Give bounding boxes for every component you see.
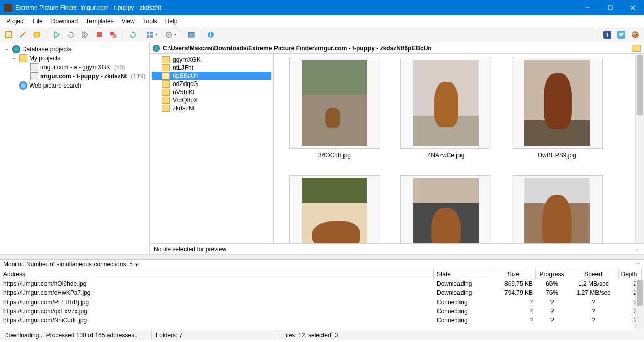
- menu-file[interactable]: File: [29, 17, 47, 26]
- cell-progress: 66%: [536, 280, 568, 287]
- project-icon: [30, 72, 38, 80]
- thumbnail[interactable]: [512, 175, 603, 243]
- cell-state: Connecting: [434, 308, 491, 315]
- cell-address: https://i.imgur.com/NhiOJdF.jpg: [0, 317, 434, 324]
- open-folder-button[interactable]: [632, 45, 641, 52]
- col-size[interactable]: Size: [491, 269, 536, 279]
- svg-rect-8: [97, 32, 102, 37]
- thumbnail-image: [413, 178, 479, 243]
- maximize-button[interactable]: [599, 0, 621, 15]
- toolbar: i f: [0, 27, 644, 42]
- download-row[interactable]: https://i.imgur.com/hOi9hde.jpgDownloadi…: [0, 279, 644, 288]
- menu-templates[interactable]: Templates: [82, 17, 118, 26]
- folder-icon: [162, 89, 170, 96]
- col-speed[interactable]: Speed: [568, 269, 619, 279]
- folder-icon: [162, 97, 170, 104]
- tree-my-projects[interactable]: − My projects: [1, 54, 148, 63]
- col-state[interactable]: State: [434, 269, 491, 279]
- svg-point-6: [24, 32, 26, 34]
- path-text: C:\Users\Максим\Downloads\Extreme Pictur…: [163, 45, 629, 52]
- monitor-header[interactable]: Monitor. Number of simultaneous connecti…: [0, 259, 644, 269]
- grid-header: Address State Size Progress Speed Depth: [0, 269, 644, 279]
- col-progress[interactable]: Progress: [536, 269, 568, 279]
- cell-progress: ?: [536, 317, 568, 324]
- preview-bar[interactable]: No file selected for preview ︿: [150, 243, 644, 254]
- thumbnail[interactable]: 36OCqtI.jpg: [289, 58, 380, 159]
- tree-project-1[interactable]: imgur.com - t-puppy - zkdszNt (119): [1, 72, 148, 81]
- menu-view[interactable]: View: [118, 17, 139, 26]
- start-button[interactable]: [50, 28, 63, 41]
- cell-state: Downloading: [434, 289, 491, 296]
- tree-web-search[interactable]: Web picture search: [1, 81, 148, 90]
- chevron-down-icon[interactable]: ﹀: [636, 261, 641, 268]
- download-row[interactable]: https://i.imgur.com/qxExVzx.jpgConnectin…: [0, 307, 644, 316]
- globe-icon: [12, 45, 20, 53]
- download-row[interactable]: https://i.imgur.com/NhiOJdF.jpgConnectin…: [0, 316, 644, 325]
- folder-list[interactable]: ggymXGKntLJFht6pEBcUnodZdqcGnV5bIKFVrdQ8…: [150, 54, 274, 243]
- close-button[interactable]: [621, 0, 644, 15]
- menu-tools[interactable]: Tools: [139, 17, 161, 26]
- col-depth[interactable]: Depth: [619, 269, 642, 279]
- thumbnail[interactable]: 4NAzwCe.jpg: [400, 58, 491, 159]
- thumbnail-image: [302, 178, 367, 243]
- menu-download[interactable]: Download: [47, 17, 82, 26]
- preview-text: No file selected for preview: [154, 246, 635, 253]
- folder-name: ggymXGK: [173, 56, 201, 63]
- help-button[interactable]: i: [204, 28, 217, 41]
- stop-button[interactable]: [93, 28, 106, 41]
- owl-icon[interactable]: [629, 28, 642, 41]
- chevron-up-icon[interactable]: ︿: [635, 246, 640, 253]
- main-area: − Database projects − My projects imgur.…: [0, 42, 644, 254]
- grid-body[interactable]: https://i.imgur.com/hOi9hde.jpgDownloadi…: [0, 279, 644, 330]
- minimize-button[interactable]: [576, 0, 599, 15]
- tree-project-0[interactable]: imgur.com - a - ggymXGK (50): [1, 63, 148, 72]
- start-all-button[interactable]: [78, 28, 91, 41]
- properties-button[interactable]: [30, 28, 43, 41]
- thumbnail-caption: DwBEPS9.jpg: [538, 152, 576, 159]
- folder-item[interactable]: ntLJFht: [152, 64, 271, 72]
- folder-item[interactable]: ggymXGK: [152, 56, 271, 64]
- refresh-button[interactable]: [126, 28, 140, 41]
- view-mode-button[interactable]: [141, 28, 159, 41]
- svg-rect-12: [150, 32, 153, 34]
- settings-button[interactable]: [160, 28, 178, 41]
- svg-rect-14: [150, 35, 153, 38]
- search-icon: [19, 81, 27, 90]
- wizard-button[interactable]: [16, 28, 29, 41]
- folder-item[interactable]: VrdQ8pX: [152, 96, 271, 104]
- thumbnail-area[interactable]: 36OCqtI.jpg4NAzwCe.jpgDwBEPS9.jpg: [274, 54, 644, 243]
- new-project-button[interactable]: [2, 28, 15, 41]
- globe-icon: [153, 45, 160, 52]
- project-tree[interactable]: − Database projects − My projects imgur.…: [0, 42, 150, 254]
- cell-progress: ?: [536, 298, 568, 306]
- slideshow-button[interactable]: [185, 28, 198, 41]
- facebook-icon[interactable]: f: [601, 28, 614, 41]
- col-address[interactable]: Address: [0, 269, 434, 279]
- grid-scrollbar[interactable]: [635, 279, 644, 330]
- folder-item[interactable]: zkdszNt: [152, 104, 271, 112]
- tree-root[interactable]: − Database projects: [1, 45, 148, 54]
- download-row[interactable]: https://i.imgur.com/PEE8RBj.jpgConnectin…: [0, 297, 644, 307]
- cell-speed: ?: [568, 308, 619, 315]
- folder-item[interactable]: 6pEBcUn: [152, 72, 271, 80]
- svg-rect-11: [147, 32, 149, 34]
- download-row[interactable]: https://i.imgur.com/eHwKPa7.jpgDownloadi…: [0, 288, 644, 297]
- thumbnail-scrollbar[interactable]: [635, 54, 644, 243]
- stop-all-button[interactable]: [107, 28, 120, 41]
- folder-item[interactable]: odZdqcG: [152, 80, 271, 88]
- cell-size: ?: [491, 298, 536, 306]
- folder-name: ntLJFht: [173, 64, 193, 71]
- chevron-down-icon[interactable]: ▼: [134, 262, 139, 267]
- thumbnail[interactable]: DwBEPS9.jpg: [512, 58, 603, 159]
- menu-help[interactable]: Help: [161, 17, 182, 26]
- menu-project[interactable]: Project: [2, 17, 29, 26]
- monitor-grid: Address State Size Progress Speed Depth …: [0, 269, 644, 330]
- restart-button[interactable]: [64, 28, 77, 41]
- thumbnail[interactable]: [400, 175, 491, 243]
- svg-point-26: [634, 34, 635, 35]
- horizontal-splitter[interactable]: [0, 254, 644, 259]
- thumbnail[interactable]: [289, 175, 380, 243]
- twitter-icon[interactable]: [615, 28, 628, 41]
- folder-item[interactable]: nV5bIKF: [152, 88, 271, 96]
- svg-point-23: [632, 31, 639, 38]
